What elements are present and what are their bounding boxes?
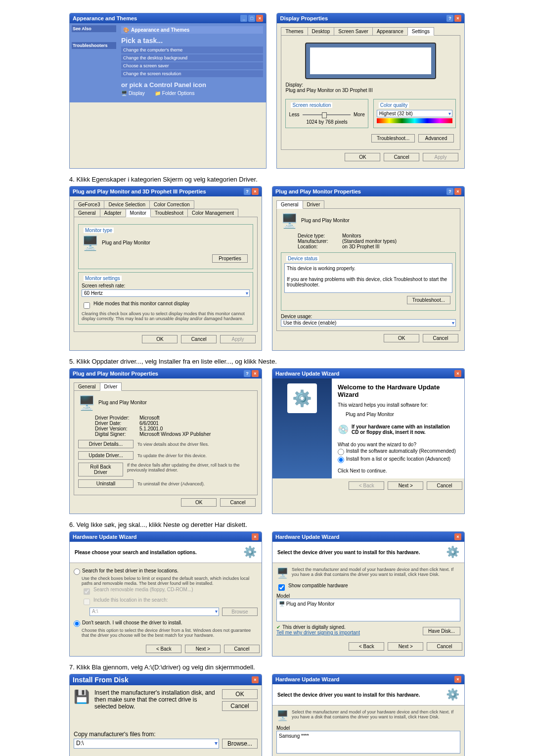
driver-details-button[interactable]: Driver Details... [78,440,134,448]
ok-button[interactable]: OK [142,335,178,343]
back-button[interactable]: < Back [349,481,384,490]
browse-button: Browse [222,608,258,616]
monitor-icon: 🖥️ [276,567,289,579]
close-icon[interactable]: × [454,533,461,540]
ok-button[interactable]: OK [181,498,217,507]
cp-icon-display[interactable]: 🖥️Display [121,91,145,96]
tab-settings[interactable]: Settings [407,27,434,36]
signed-icon: ✔ [276,624,280,630]
option-list[interactable]: Install from a list or specific location… [338,456,458,463]
resolution-slider[interactable]: Less More [289,112,364,117]
cd-icon: 💿 [338,424,349,435]
option-dont-search-desc: Choose this option to select the device … [82,628,258,638]
cancel-button[interactable]: Cancel [384,153,419,161]
help-icon[interactable]: ? [244,188,251,195]
close-icon[interactable]: × [454,188,461,195]
close-icon[interactable]: × [252,188,259,195]
cancel-button[interactable]: Cancel [181,335,217,343]
tab-device-selection[interactable]: Device Selection [104,200,149,209]
ok-button[interactable]: OK [345,153,380,161]
task-link[interactable]: Choose a screen saver [121,62,263,69]
cancel-button[interactable]: Cancel [224,645,260,653]
tab-driver[interactable]: Driver [100,382,122,391]
task-link[interactable]: Change the desktop background [121,54,263,61]
chk-include-location: Include this location in the search: [82,597,258,607]
help-icon[interactable]: ? [446,15,453,22]
close-icon[interactable]: × [454,370,461,377]
tab-adapter[interactable]: Adapter [100,209,126,217]
cancel-button[interactable]: Cancel [423,334,458,342]
tab-general[interactable]: General [74,382,100,391]
apply-button[interactable]: Apply [423,153,458,161]
device-status-legend: Device status [286,256,319,261]
tab-desktop[interactable]: Desktop [308,27,335,36]
next-button[interactable]: Next > [388,642,423,651]
task-link[interactable]: Change the screen resolution [121,70,263,77]
ok-button[interactable]: OK [384,334,419,342]
help-icon[interactable]: ? [446,188,453,195]
hardware-wizard-window: Hardware Update Wizard× ⚙️ Welcome to th… [272,368,465,514]
close-icon[interactable]: × [256,15,263,22]
help-icon[interactable]: ? [244,370,251,377]
option-dont-search[interactable]: Don't search. I will choose the driver t… [74,620,258,627]
cancel-button[interactable]: Cancel [427,642,462,651]
sidebar: See Also Troubleshooters [70,23,118,102]
troubleshoot-button[interactable]: Troubleshoot... [371,134,415,142]
color-quality-dropdown[interactable]: Highest (32 bit) [377,110,452,117]
back-button[interactable]: < Back [146,645,181,653]
monitor-icon: 🖥️ [276,709,289,721]
apply-button[interactable]: Apply [220,335,256,343]
show-compatible-checkbox[interactable]: Show compatible hardware [276,583,460,592]
tab-troubleshoot[interactable]: Troubleshoot [150,209,188,217]
next-button[interactable]: Next > [185,645,221,653]
update-driver-button[interactable]: Update Driver... [78,451,134,460]
wizard-desc: Select the manufacturer and model of you… [292,567,460,579]
option-search[interactable]: Search for the best driver in these loca… [74,568,258,575]
task-link[interactable]: Change the computer's theme [121,47,263,53]
control-panel-window: Appearance and Themes _ □ × See Also Tro… [69,13,267,169]
tab-general[interactable]: General [276,200,303,209]
model-list[interactable]: 🖥️ Plug and Play Monitor [276,599,460,621]
path-dropdown[interactable]: D:\ [74,739,219,749]
tab-driver[interactable]: Driver [303,200,325,209]
model-list[interactable]: Samsung **** [276,731,460,754]
tab-monitor[interactable]: Monitor [126,209,151,217]
device-usage-dropdown[interactable]: Use this device (enable) [281,319,456,327]
signing-link[interactable]: Tell me why driver signing is important [276,630,360,635]
properties-button[interactable]: Properties [212,254,248,263]
cancel-button[interactable]: Cancel [427,481,462,490]
close-icon[interactable]: × [252,676,259,683]
close-icon[interactable]: × [454,676,461,683]
close-icon[interactable]: × [252,533,259,540]
tab-color-mgmt[interactable]: Color Management [187,209,238,217]
next-button[interactable]: Next > [388,481,423,490]
close-icon[interactable]: × [252,370,259,377]
monitor-icon: 🖥️ [279,601,286,607]
advanced-properties-window: Plug and Play Monitor and 3D Prophet III… [69,186,262,351]
close-icon[interactable]: × [454,15,461,22]
have-disk-button[interactable]: Have Disk... [423,627,460,635]
troubleshoot-button[interactable]: Troubleshoot... [407,296,450,304]
option-auto[interactable]: Install the software automatically (Reco… [338,448,458,455]
tab-themes[interactable]: Themes [281,27,308,36]
driver-date-value: 6/6/2001 [139,421,159,426]
maximize-icon[interactable]: □ [248,15,255,22]
uninstall-button[interactable]: Uninstall [78,479,134,488]
cp-icon-folder-options[interactable]: 📁Folder Options [155,91,195,96]
advanced-button[interactable]: Advanced [418,134,454,142]
tab-general[interactable]: General [74,209,100,217]
refresh-dropdown[interactable]: 60 Hertz [82,289,250,297]
browse-button[interactable]: Browse... [222,739,258,749]
tab-color-correction[interactable]: Color Correction [149,200,194,209]
tab-geforce[interactable]: GeForce3 [74,200,104,209]
rollback-button[interactable]: Roll Back Driver [78,463,123,476]
hide-modes-checkbox[interactable]: Hide modes that this monitor cannot disp… [82,301,250,310]
back-button[interactable]: < Back [349,642,384,651]
tab-screensaver[interactable]: Screen Saver [334,27,373,36]
cancel-button[interactable]: Cancel [220,498,256,507]
tab-appearance[interactable]: Appearance [372,27,408,36]
driver-version-label: Driver Version: [95,426,139,431]
ok-button[interactable]: OK [222,689,258,699]
cancel-button[interactable]: Cancel [222,701,258,711]
minimize-icon[interactable]: _ [240,15,247,22]
